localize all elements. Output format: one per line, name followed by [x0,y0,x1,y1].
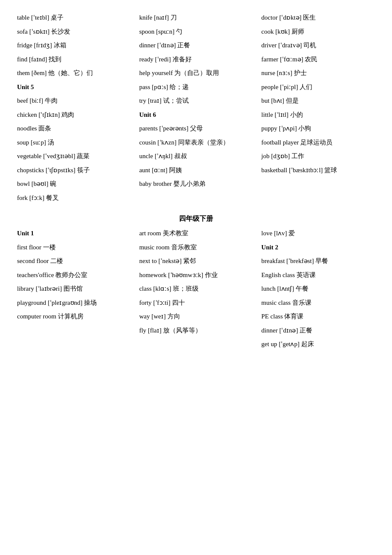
vocab-item: playground [ˈpleɪgraʊnd] 操场 [17,298,131,308]
vocab-col-0: Unit 1first floor 一楼second floor 二楼teach… [17,228,131,353]
vocab-item: chopsticks [ˈtʃɒpstɪks] 筷子 [17,165,131,175]
vocab-item: doctor [ˈdɒktə] 医生 [261,13,375,23]
vocab-item: pass [pɑːs] 给；递 [139,82,253,92]
vocab-item: cousin [ˈkʌzn] 同辈表亲（堂亲） [139,138,253,147]
vocab-item: help yourself 为（自己）取用 [139,68,253,78]
vocab-item: knife [naɪf] 刀 [139,13,253,23]
vocab-item: table [ˈteɪbl] 桌子 [17,13,131,23]
vocab-item: noodles 面条 [17,124,131,133]
vocab-item: beef [biːf] 牛肉 [17,96,131,106]
vocab-grid: Unit 1first floor 一楼second floor 二楼teach… [17,228,375,353]
vocab-item: cook [kʊk] 厨师 [261,27,375,37]
vocab-item: Unit 2 [261,243,375,252]
vocab-item: English class 英语课 [261,270,375,280]
vocab-col-2: doctor [ˈdɒktə] 医生cook [kʊk] 厨师driver [ˈ… [261,13,375,207]
page: table [ˈteɪbl] 桌子sofa [ˈsɒkɪt] 长沙发fridge… [17,13,375,353]
unit-label: Unit 6 [139,111,156,118]
vocab-item: find [faɪnd] 找到 [17,55,131,64]
vocab-item: aunt [ɑːnt] 阿姨 [139,165,253,175]
vocab-item: soup [suːp] 汤 [17,138,131,147]
vocab-item: vegetable [ˈvedʒɪtəbl] 蔬菜 [17,151,131,161]
vocab-item: next to [ˈnekstə] 紧邻 [139,256,253,266]
vocab-item: bowl [bəʊl] 碗 [17,179,131,189]
vocab-item: farmer [ˈfɑːmə] 农民 [261,55,375,64]
section-divider: 四年级下册 [17,214,375,223]
vocab-item: lunch [lʌntʃ] 午餐 [261,284,375,294]
vocab-item: library [ˈlaɪbrəri] 图书馆 [17,284,131,294]
vocab-item: computer room 计算机房 [17,312,131,321]
top-section: table [ˈteɪbl] 桌子sofa [ˈsɒkɪt] 长沙发fridge… [17,13,375,207]
vocab-item: basketball [ˈbæskɪtbɔːl] 篮球 [261,165,375,175]
vocab-item: job [dʒɒb] 工作 [261,151,375,161]
vocab-item: try [traɪ] 试；尝试 [139,96,253,106]
vocab-item: Unit 1 [17,228,131,238]
vocab-item: fridge [frɪdʒ] 冰箱 [17,40,131,50]
vocab-col-2: love [lʌv] 爱Unit 2breakfast [ˈbrekfəst] … [261,228,375,353]
vocab-item: first floor 一楼 [17,243,131,252]
vocab-item: class [klɑːs] 班；班级 [139,284,253,294]
vocab-item: chicken [ˈtʃɪkɪn] 鸡肉 [17,110,131,120]
vocab-item: little [ˈlɪtl] 小的 [261,110,375,120]
vocab-item: fly [flaɪ] 放（风筝等） [139,326,253,335]
vocab-item: them [ðem] 他（她、它）们 [17,68,131,78]
vocab-item: forty [ˈfɔːti] 四十 [139,298,253,308]
vocab-item: PE class 体育课 [261,312,375,321]
vocab-col-1: art room 美术教室music room 音乐教室next to [ˈne… [139,228,253,353]
vocab-item: football player 足球运动员 [261,138,375,147]
vocab-item: dinner [ˈdɪnə] 正餐 [261,326,375,335]
vocab-item: second floor 二楼 [17,256,131,266]
vocab-item: homework [ˈhəʊmwɜːk] 作业 [139,270,253,280]
vocab-item: nurse [nɜːs] 护士 [261,68,375,78]
vocab-item: art room 美术教室 [139,228,253,238]
vocab-item: sofa [ˈsɒkɪt] 长沙发 [17,27,131,37]
vocab-item: but [bʌt] 但是 [261,96,375,106]
vocab-item: music class 音乐课 [261,298,375,308]
vocab-item: baby brother 婴儿小弟弟 [139,179,253,189]
vocab-item: Unit 6 [139,110,253,120]
vocab-item: parents [ˈpeərənts] 父母 [139,124,253,133]
vocab-col-1: knife [naɪf] 刀spoon [spuːn] 勺dinner [ˈdɪ… [139,13,253,207]
vocab-item: music room 音乐教室 [139,243,253,252]
unit-label: Unit 1 [17,230,34,237]
vocab-item: puppy [ˈpʌpi] 小狗 [261,124,375,133]
vocab-item: Unit 5 [17,82,131,92]
vocab-item: uncle [ˈʌŋkl] 叔叔 [139,151,253,161]
vocab-grid: table [ˈteɪbl] 桌子sofa [ˈsɒkɪt] 长沙发fridge… [17,13,375,207]
vocab-item: teachers'office 教师办公室 [17,270,131,280]
vocab-item: spoon [spuːn] 勺 [139,27,253,37]
vocab-item: driver [ˈdraɪvə] 司机 [261,40,375,50]
vocab-item: love [lʌv] 爱 [261,228,375,238]
unit-label: Unit 5 [17,84,34,90]
vocab-col-0: table [ˈteɪbl] 桌子sofa [ˈsɒkɪt] 长沙发fridge… [17,13,131,207]
vocab-item: way [weɪ] 方向 [139,312,253,321]
vocab-item: breakfast [ˈbrekfəst] 早餐 [261,256,375,266]
bottom-section: Unit 1first floor 一楼second floor 二楼teach… [17,228,375,353]
vocab-item: dinner [ˈdɪnə] 正餐 [139,40,253,50]
vocab-item: people [ˈpiːpl] 人们 [261,82,375,92]
vocab-item: fork [fɔːk] 餐叉 [17,193,131,203]
vocab-item: ready [ˈredi] 准备好 [139,55,253,64]
unit-label: Unit 2 [261,244,278,251]
vocab-item: get up [ˈgetʌp] 起床 [261,339,375,349]
